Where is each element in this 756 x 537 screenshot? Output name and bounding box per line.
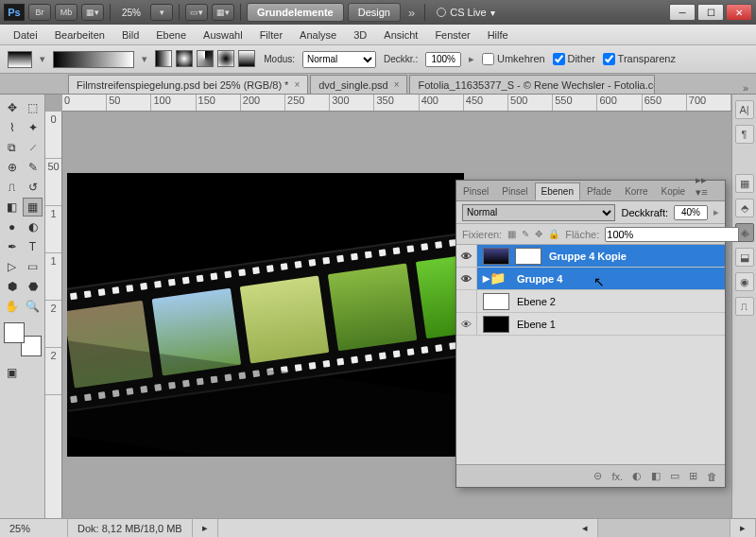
layer-row[interactable]: 👁 Gruppe 4 Kopie	[456, 245, 725, 268]
menu-auswahl[interactable]: Auswahl	[196, 26, 250, 43]
minibridge-button[interactable]: Mb	[55, 4, 77, 21]
menu-ansicht[interactable]: Ansicht	[376, 26, 425, 43]
menu-datei[interactable]: Datei	[6, 26, 45, 43]
deckkraft-input[interactable]	[425, 52, 461, 67]
workspace-grundelemente[interactable]: Grundelemente	[247, 3, 344, 22]
visibility-icon[interactable]: 👁	[456, 245, 477, 267]
styles-panel-icon[interactable]: ⬘	[735, 199, 754, 217]
transparenz-checkbox[interactable]: Transparenz	[603, 53, 676, 66]
panel-tab[interactable]: Pinsel	[456, 182, 495, 200]
gradient-tool[interactable]: ▦	[23, 198, 43, 217]
menu-3d[interactable]: 3D	[346, 26, 374, 43]
window-minimize-button[interactable]: ─	[669, 4, 696, 21]
layer-row[interactable]: 👁 ▸📁 Gruppe 4	[456, 268, 725, 290]
menu-filter[interactable]: Filter	[252, 26, 290, 43]
blur-tool[interactable]: ●	[2, 217, 22, 236]
tabs-overflow[interactable]: »	[735, 82, 756, 94]
close-icon[interactable]: ×	[294, 79, 300, 90]
window-close-button[interactable]: ✕	[726, 4, 752, 21]
gradient-picker[interactable]	[53, 51, 134, 68]
menu-hilfe[interactable]: Hilfe	[480, 26, 516, 43]
lock-transparency-icon[interactable]: ▦	[507, 228, 516, 241]
lock-pixels-icon[interactable]: ✎	[522, 228, 529, 241]
marquee-tool[interactable]: ⬚	[23, 98, 43, 117]
crop-tool[interactable]: ⧉	[2, 138, 22, 157]
menu-bearbeiten[interactable]: Bearbeiten	[47, 26, 112, 43]
channels-panel-icon[interactable]: ⬓	[735, 248, 754, 267]
layer-mask-thumbnail[interactable]	[515, 248, 541, 265]
menu-fenster[interactable]: Fenster	[427, 26, 477, 43]
panel-menu-icon[interactable]: ▸▸ ▾≡	[692, 172, 725, 200]
layer-thumbnail[interactable]	[483, 248, 509, 265]
path-select-tool[interactable]: ▷	[2, 257, 22, 276]
group-icon[interactable]: ▭	[670, 470, 679, 482]
brush-tool[interactable]: ✎	[23, 158, 43, 177]
hand-tool[interactable]: ✋	[2, 297, 22, 316]
dodge-tool[interactable]: ◐	[23, 217, 43, 236]
horizontal-scrollbar[interactable]	[598, 519, 730, 537]
visibility-icon[interactable]	[456, 290, 477, 312]
status-zoom[interactable]: 25%	[0, 519, 68, 537]
zoom-dropdown[interactable]: ▾	[150, 4, 173, 21]
move-tool[interactable]: ✥	[2, 98, 22, 117]
menu-ebene[interactable]: Ebene	[148, 26, 194, 43]
color-swatches[interactable]	[4, 322, 42, 356]
paragraph-panel-icon[interactable]: ¶	[735, 125, 754, 144]
3d-tool[interactable]: ⬢	[2, 277, 22, 296]
visibility-icon[interactable]: 👁	[456, 268, 477, 289]
pen-tool[interactable]: ✒	[2, 237, 22, 256]
window-maximize-button[interactable]: ☐	[697, 4, 724, 21]
lasso-tool[interactable]: ⌇	[2, 118, 22, 137]
menu-bild[interactable]: Bild	[114, 26, 146, 43]
workspace-more[interactable]: »	[404, 6, 419, 20]
panel-tab-ebenen[interactable]: Ebenen	[535, 182, 580, 200]
layer-name[interactable]: Ebene 1	[515, 319, 725, 330]
workspace-design[interactable]: Design	[348, 3, 401, 22]
stamp-tool[interactable]: ⎍	[2, 178, 22, 197]
trash-icon[interactable]: 🗑	[707, 471, 717, 482]
screen-mode-button[interactable]: ▦▾	[81, 4, 104, 21]
eraser-tool[interactable]: ◧	[2, 198, 22, 217]
paths-panel-icon[interactable]: ◉	[735, 272, 754, 291]
layer-thumbnail[interactable]	[483, 316, 509, 333]
blend-mode-select[interactable]: Normal	[462, 204, 615, 221]
modus-select[interactable]: Normal	[302, 51, 376, 68]
diamond-gradient-button[interactable]	[238, 50, 255, 67]
panel-tab[interactable]: Pfade	[580, 182, 618, 200]
layer-name[interactable]: Gruppe 4	[515, 273, 725, 285]
adjustment-icon[interactable]: ◧	[651, 470, 661, 482]
opacity-input[interactable]	[674, 205, 708, 220]
camera-tool[interactable]: ⬣	[23, 277, 43, 296]
type-tool[interactable]: T	[23, 237, 43, 256]
document-tab[interactable]: Fotolia_11635377_S - © Rene Wechsler - F…	[409, 75, 655, 94]
fx-icon[interactable]: fx.	[611, 471, 623, 482]
arrange-button[interactable]: ▦▾	[212, 4, 234, 21]
type-panel-icon[interactable]: A|	[735, 100, 754, 119]
status-menu[interactable]: ▸	[193, 519, 218, 537]
link-layers-icon[interactable]: ⊝	[593, 470, 602, 482]
document-tab[interactable]: Filmstreifenspiegelung.psd bei 25% (RGB/…	[68, 75, 308, 94]
reflected-gradient-button[interactable]	[217, 50, 234, 67]
gradient-tool-preset[interactable]	[8, 51, 32, 68]
zoom-tool[interactable]: 🔍	[23, 297, 43, 316]
menu-analyse[interactable]: Analyse	[292, 26, 344, 43]
view-extras-button[interactable]: ▭▾	[185, 4, 208, 21]
bridge-button[interactable]: Br	[28, 4, 51, 21]
status-doc-info[interactable]: Dok: 8,12 MB/18,0 MB	[68, 519, 193, 537]
lock-position-icon[interactable]: ✥	[535, 228, 542, 241]
scrollbar-right[interactable]: ▸	[730, 519, 756, 537]
fill-input[interactable]	[605, 227, 739, 242]
heal-tool[interactable]: ⊕	[2, 158, 22, 177]
radial-gradient-button[interactable]	[176, 50, 193, 67]
layer-name[interactable]: Ebene 2	[515, 296, 725, 307]
linear-gradient-button[interactable]	[155, 50, 172, 67]
document-tab[interactable]: dvd_single.psd×	[310, 75, 407, 94]
panel-tab[interactable]: Pinsel	[495, 182, 534, 200]
panel-tab[interactable]: Kopie	[655, 182, 693, 200]
foreground-color[interactable]	[4, 322, 25, 343]
umkehren-checkbox[interactable]: Umkehren	[482, 53, 545, 66]
mask-icon[interactable]: ◐	[632, 470, 642, 482]
scrollbar-left[interactable]: ◂	[573, 519, 598, 537]
eyedropper-tool[interactable]: ⟋	[23, 138, 43, 157]
quickmask-button[interactable]: ▣	[2, 363, 22, 382]
